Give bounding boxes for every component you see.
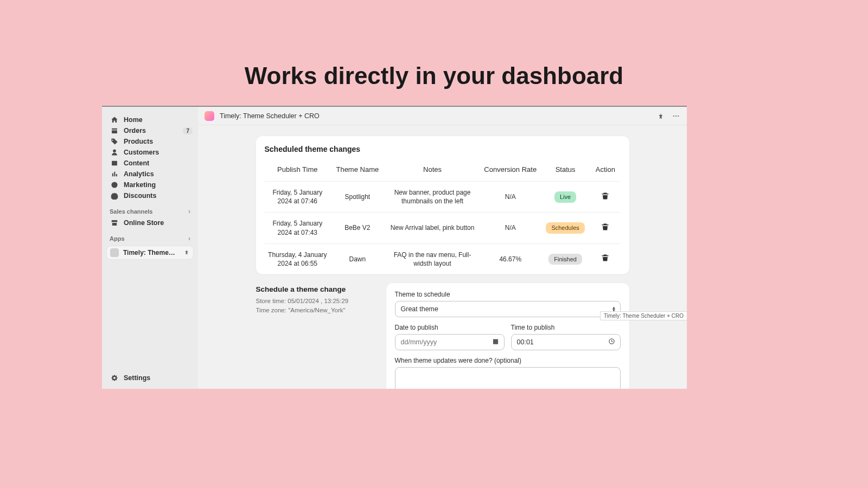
sidebar-item-marketing[interactable]: Marketing [102,179,198,190]
sidebar-section-label: Apps [110,235,125,242]
delete-icon[interactable] [601,225,609,233]
sidebar-item-orders[interactable]: Orders 7 [102,125,198,136]
sidebar-item-content[interactable]: Content [102,158,198,169]
col-notes: Notes [385,160,481,182]
scheduled-table: Publish Time Theme Name Notes Conversion… [265,160,621,274]
sidebar-item-online-store[interactable]: Online Store [102,217,198,228]
status-badge: Schedules [546,222,584,234]
orders-badge: 7 [183,127,193,134]
sidebar-app-label: Timely: Theme Sched... [123,249,175,256]
table-row: Friday, 5 January 2024 at 07:43 BeBe V2 … [265,213,621,243]
col-publish-time: Publish Time [265,160,331,182]
app-icon [110,248,119,257]
schedule-info: Schedule a theme change Store time: 05/0… [256,283,375,389]
time-input[interactable] [511,334,621,350]
page-headline: Works directly in your dashboard [0,62,868,89]
pin-icon[interactable] [656,112,665,120]
schedule-form-card: Theme to schedule Great theme ▲▼ Date to… [386,283,629,389]
col-action: Action [590,160,620,182]
sidebar-item-label: Settings [124,374,150,382]
svg-point-2 [678,115,679,116]
cell-theme: BeBe V2 [330,213,384,243]
sidebar: Home Orders 7 Products Customers Content [102,107,198,389]
content-scroll[interactable]: Scheduled theme changes Publish Time The… [198,125,687,389]
cell-time: Friday, 5 January 2024 at 07:46 [265,182,331,213]
sidebar-section-sales[interactable]: Sales channels › [102,201,198,217]
sidebar-item-label: Online Store [124,219,164,227]
cell-rate: N/A [480,213,540,243]
sidebar-item-label: Products [124,138,153,145]
pin-icon[interactable] [183,249,190,257]
delete-icon[interactable] [601,256,609,264]
chevron-right-icon: › [188,235,190,242]
person-icon [111,149,118,156]
sidebar-item-analytics[interactable]: Analytics [102,169,198,179]
topbar-title: Timely: Theme Scheduler + CRO [220,112,320,120]
notes-textarea[interactable] [395,367,621,389]
cell-rate: 46.67% [480,243,540,274]
tooltip: Timely: Theme Scheduler + CRO [600,311,687,320]
col-conversion-rate: Conversion Rate [480,160,540,182]
sidebar-item-label: Home [124,116,143,124]
cell-notes: New banner, product page thumbnails on t… [385,182,481,213]
svg-point-0 [673,115,674,116]
cell-theme: Dawn [330,243,384,274]
table-row: Friday, 5 January 2024 at 07:46 Spotligh… [265,182,621,213]
sidebar-item-label: Discounts [124,192,156,200]
store-time-text: Store time: 05/01/2024 , 13:25:29 [256,297,375,306]
notes-label: When theme updates were done? (optional) [395,357,621,364]
theme-select-label: Theme to schedule [395,291,621,298]
sidebar-item-customers[interactable]: Customers [102,147,198,158]
date-input[interactable] [395,334,505,350]
scheduled-changes-card: Scheduled theme changes Publish Time The… [256,136,629,274]
main-area: Timely: Theme Scheduler + CRO Scheduled … [198,107,687,389]
orders-icon [111,127,118,134]
discount-icon [111,192,118,200]
gear-icon [111,374,118,382]
status-badge: Live [554,191,576,203]
col-status: Status [540,160,590,182]
cell-notes: FAQ in the nav menu, Full-widsth layout [385,243,481,274]
more-icon[interactable] [672,112,680,120]
sidebar-item-label: Marketing [124,181,156,189]
theme-select[interactable]: Great theme [395,301,621,317]
sidebar-section-label: Sales channels [110,208,153,215]
sidebar-item-label: Content [124,159,149,167]
analytics-icon [111,170,118,178]
delete-icon[interactable] [601,194,609,202]
app-logo-icon [205,111,214,121]
col-theme-name: Theme Name [330,160,384,182]
cell-time: Thursday, 4 January 2024 at 06:55 [265,243,331,274]
tag-icon [111,138,118,145]
sidebar-item-home[interactable]: Home [102,114,198,125]
store-icon [111,219,118,227]
schedule-heading: Schedule a theme change [256,285,375,293]
cell-notes: New Arrival label, pink button [385,213,481,243]
time-label: Time to publish [511,324,621,331]
sidebar-item-products[interactable]: Products [102,136,198,147]
sidebar-section-apps[interactable]: Apps › [102,228,198,245]
chevron-right-icon: › [188,208,190,215]
topbar: Timely: Theme Scheduler + CRO [198,107,687,125]
sidebar-item-label: Customers [124,149,159,156]
cell-rate: N/A [480,182,540,213]
app-window: Home Orders 7 Products Customers Content [102,106,687,389]
svg-point-1 [675,115,676,116]
home-icon [111,116,118,124]
content-icon [111,159,118,167]
date-label: Date to publish [395,324,505,331]
scheduled-changes-title: Scheduled theme changes [256,136,629,158]
cell-time: Friday, 5 January 2024 at 07:43 [265,213,331,243]
table-row: Thursday, 4 January 2024 at 06:55 Dawn F… [265,243,621,274]
target-icon [111,181,118,189]
sidebar-item-settings[interactable]: Settings [102,373,198,383]
sidebar-item-label: Analytics [124,170,154,178]
sidebar-app-timely[interactable]: Timely: Theme Sched... [106,246,194,260]
cell-theme: Spotlight [330,182,384,213]
sidebar-item-discounts[interactable]: Discounts [102,190,198,201]
sidebar-item-label: Orders [124,127,146,134]
status-badge: Finished [548,254,582,265]
time-zone-text: Time zone: "America/New_York" [256,306,375,315]
